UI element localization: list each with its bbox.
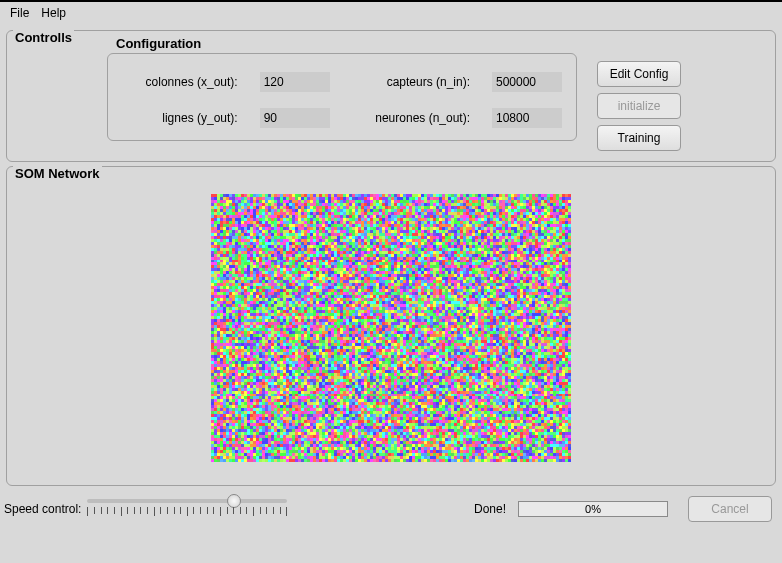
x-out-label: colonnes (x_out): <box>122 75 238 89</box>
speed-slider[interactable] <box>87 499 287 503</box>
som-network-title: SOM Network <box>13 166 102 181</box>
initialize-button: initialize <box>597 93 681 119</box>
speed-slider-wrap <box>87 497 287 521</box>
n-in-field <box>492 72 562 92</box>
edit-config-button[interactable]: Edit Config <box>597 61 681 87</box>
cancel-button: Cancel <box>688 496 772 522</box>
n-in-label: capteurs (n_in): <box>352 75 470 89</box>
n-out-label: neurones (n_out): <box>352 111 470 125</box>
speed-control-label: Speed control: <box>4 502 81 516</box>
som-network-canvas <box>211 194 571 462</box>
menu-file[interactable]: File <box>6 4 33 22</box>
y-out-label: lignes (y_out): <box>122 111 238 125</box>
speed-slider-ticks <box>87 507 287 517</box>
menu-bar: File Help <box>0 2 782 26</box>
progress-bar-text: 0% <box>519 502 667 516</box>
y-out-field <box>260 108 330 128</box>
controls-panel: Controlls Configuration colonnes (x_out)… <box>6 30 776 162</box>
done-label: Done! <box>474 502 506 516</box>
x-out-field <box>260 72 330 92</box>
n-out-field <box>492 108 562 128</box>
training-button[interactable]: Training <box>597 125 681 151</box>
controls-panel-title: Controlls <box>13 30 74 45</box>
action-button-stack: Edit Config initialize Training <box>597 61 681 151</box>
menu-help[interactable]: Help <box>37 4 70 22</box>
progress-bar: 0% <box>518 501 668 517</box>
configuration-title: Configuration <box>114 36 203 51</box>
bottom-bar: Speed control: Done! 0% Cancel <box>0 490 782 528</box>
som-network-panel: SOM Network <box>6 166 776 486</box>
configuration-group: Configuration colonnes (x_out): capteurs… <box>107 53 577 141</box>
